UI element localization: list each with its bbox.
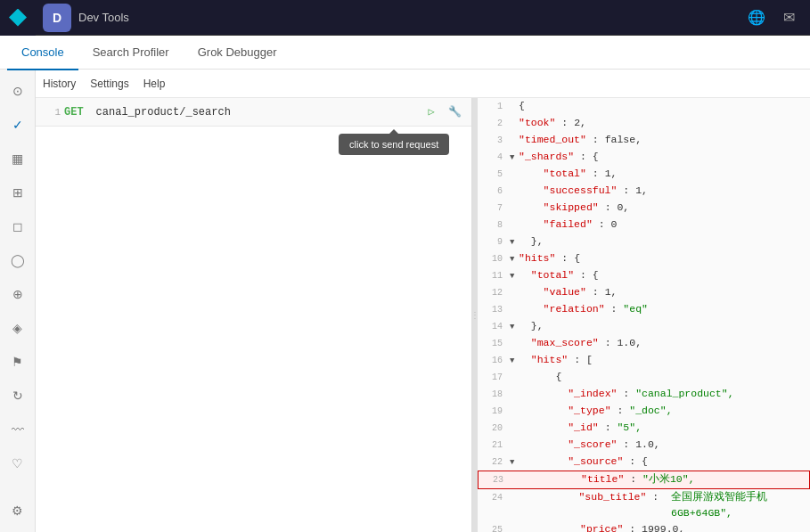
response-line-12: 12 "value" : 1, [478,284,810,301]
wrench-icon[interactable]: 🔧 [445,102,464,122]
request-input-line: 1 GET canal_product/_search ▷ 🔧 [36,98,471,127]
response-panel: 1 { 2 "took" : 2, 3 "timed_out" : fals [478,98,810,532]
top-bar: D Dev Tools 🌐 ✉ [0,0,810,36]
tooltip: click to send request [339,134,449,155]
request-panel: click to send request 1 GET canal_produc… [36,98,472,532]
sidebar-icon-heart[interactable]: ♡ [4,449,32,478]
sidebar-icon-chart[interactable]: ▦ [4,144,32,173]
tab-search-profiler[interactable]: Search Profiler [78,37,184,70]
response-line-21: 21 "_score" : 1.0, [478,437,810,454]
response-line-20: 20 "_id" : "5", [478,420,810,437]
tab-grok-debugger[interactable]: Grok Debugger [184,37,291,70]
menu-help[interactable]: Help [143,74,166,94]
request-actions: ▷ 🔧 [421,102,464,122]
menu-settings[interactable]: Settings [90,74,128,94]
sidebar-icon-gear[interactable]: ⊕ [4,280,32,308]
line-number: 1 [43,107,61,118]
sidebar-icon-person[interactable]: ◯ [4,246,32,274]
kibana-logo [0,0,36,36]
response-line-14: 14 ▼ }, [478,318,810,335]
editor-body[interactable] [36,127,471,532]
sidebar-icon-check[interactable]: ✓ [4,110,32,139]
response-line-10: 10 ▼ "hits" : { [478,250,810,267]
tab-bar: Console Search Profiler Grok Debugger [0,36,810,70]
response-line-13: 13 "relation" : "eq" [478,301,810,318]
main-layout: ⊙ ✓ ▦ ⊞ ◻ ◯ ⊕ ◈ ⚑ ↻ 〰 ♡ ⚙ History Settin… [0,70,810,532]
kibana-diamond-icon [9,9,27,27]
http-method: GET [64,106,84,119]
sidebar-icon-box[interactable]: ◻ [4,212,32,241]
response-line-25: 25 "price" : 1999.0, [478,521,810,532]
response-line-24: 24 "sub_title" : 全国屏游戏智能手机 6GB+64GB", [478,489,810,521]
sidebar-icon-settings[interactable]: ⚙ [4,496,32,525]
run-button[interactable]: ▷ [421,102,441,122]
top-bar-actions: 🌐 ✉ [742,4,810,32]
menu-history[interactable]: History [43,74,76,94]
sidebar-icon-shield[interactable]: ◈ [4,314,32,342]
sidebar-icon-home[interactable]: ⊙ [4,77,32,105]
response-line-6: 6 "successful" : 1, [478,183,810,200]
tab-console[interactable]: Console [7,37,78,70]
response-line-18: 18 "_index" : "canal_product", [478,386,810,403]
app-title: Dev Tools [78,11,742,24]
editor-area: click to send request 1 GET canal_produc… [36,98,810,532]
response-line-1: 1 { [478,98,810,115]
sidebar-icon-layers[interactable]: ⊞ [4,178,32,207]
response-line-3: 3 "timed_out" : false, [478,132,810,149]
mail-icon[interactable]: ✉ [774,4,803,32]
sidebar: ⊙ ✓ ▦ ⊞ ◻ ◯ ⊕ ◈ ⚑ ↻ 〰 ♡ ⚙ [0,70,36,532]
main-content: History Settings Help click to send requ… [36,70,810,532]
app-icon: D [43,4,71,32]
response-line-23: 23 "title" : "小米10", [478,471,810,489]
response-line-2: 2 "took" : 2, [478,115,810,132]
sidebar-icon-wifi[interactable]: 〰 [4,415,32,444]
sidebar-icon-refresh[interactable]: ↻ [4,381,32,410]
response-line-5: 5 "total" : 1, [478,166,810,183]
response-line-7: 7 "skipped" : 0, [478,200,810,217]
response-line-8: 8 "failed" : 0 [478,217,810,233]
response-line-17: 17 { [478,369,810,386]
response-line-4: 4 ▼ "_shards" : { [478,149,810,166]
response-line-16: 16 ▼ "hits" : [ [478,352,810,369]
request-url[interactable]: canal_product/_search [96,106,231,119]
sidebar-icon-flag[interactable]: ⚑ [4,348,32,376]
response-line-9: 9 ▼ }, [478,233,810,250]
response-line-19: 19 "_type" : "_doc", [478,403,810,420]
response-line-22: 22 ▼ "_source" : { [478,454,810,471]
globe-icon[interactable]: 🌐 [742,4,771,32]
response-line-11: 11 ▼ "total" : { [478,267,810,284]
secondary-menu: History Settings Help [36,70,810,98]
response-line-15: 15 "max_score" : 1.0, [478,335,810,352]
